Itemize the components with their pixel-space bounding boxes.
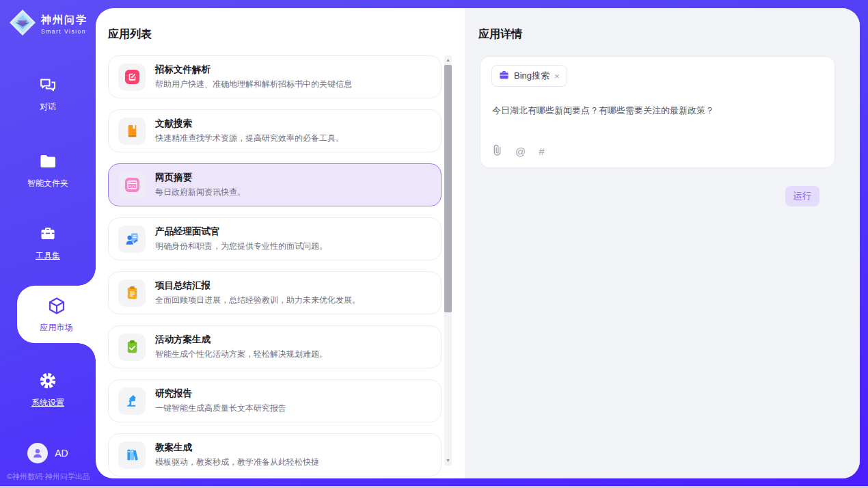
gear-icon	[38, 371, 57, 393]
app-card-desc: 每日政府新闻资讯快查。	[155, 187, 245, 198]
sidebar-item-label: 对话	[40, 101, 56, 113]
app-card[interactable]: </> 网页摘要 每日政府新闻资讯快查。	[108, 163, 442, 206]
app-list: 招标文件解析 帮助用户快速、准确地理解和解析招标书中的关键信息 文献搜索 快速精…	[108, 55, 442, 478]
sidebar-item-chat[interactable]: 对话	[0, 75, 96, 113]
content-panel: 应用列表 招标文件解析 帮助用户快速、准确地理解和解析招标书中的关键信息 文献搜…	[96, 8, 860, 478]
app-card-name: 产品经理面试官	[155, 226, 327, 238]
app-card[interactable]: 研究报告 一键智能生成高质量长文本研究报告	[108, 379, 442, 422]
scroll-up-icon[interactable]: ▲	[444, 55, 452, 65]
diamond-logo-icon	[8, 8, 37, 40]
prompt-toolbar: @ #	[492, 144, 545, 158]
app-card-desc: 一键智能生成高质量长文本研究报告	[155, 403, 286, 414]
avatar	[27, 443, 48, 463]
app-card-name: 研究报告	[155, 388, 286, 400]
app-card-desc: 快速精准查找学术资源，提高研究效率的必备工具。	[155, 133, 344, 144]
app-list-title: 应用列表	[108, 27, 152, 42]
app-detail-title: 应用详情	[478, 27, 522, 42]
user-account[interactable]: AD	[0, 443, 96, 463]
app-list-scrollbar[interactable]: ▲ ▼	[444, 55, 452, 465]
copyright-footer: ©神州数码·神州问学出品	[7, 472, 90, 482]
app-card-desc: 模板驱动，教案秒成，教学准备从此轻松快捷	[155, 457, 319, 468]
folder-icon	[38, 152, 57, 174]
sidebar: 神州问学 Smart Vision 对话 智能文件夹	[0, 0, 96, 486]
app-card[interactable]: 活动方案生成 智能生成个性化活动方案，轻松解决规划难题。	[108, 325, 442, 368]
microscope-icon	[118, 388, 146, 415]
app-card-name: 活动方案生成	[155, 334, 327, 346]
app-card[interactable]: 招标文件解析 帮助用户快速、准确地理解和解析招标书中的关键信息	[108, 55, 442, 98]
paperclip-icon[interactable]	[492, 144, 502, 158]
app-window: 神州问学 Smart Vision 对话 智能文件夹	[0, 0, 868, 488]
chat-icon	[38, 75, 57, 97]
sidebar-item-label: 智能文件夹	[27, 178, 68, 189]
app-card[interactable]: 教案生成 模板驱动，教案秒成，教学准备从此轻松快捷	[108, 433, 442, 476]
sidebar-item-label: 应用市场	[40, 322, 73, 334]
app-card[interactable]: 项目总结汇报 全面回顾项目进展，总结经验教训，助力未来优化发展。	[108, 271, 442, 314]
tool-tag-label: Bing搜索	[514, 70, 550, 82]
prompt-card: Bing搜索 × 今日湖北有哪些新闻要点？有哪些需要关注的最新政策？ @ #	[480, 56, 835, 168]
app-card-name: 教案生成	[155, 442, 319, 454]
app-card-desc: 帮助用户快速、准确地理解和解析招标书中的关键信息	[155, 79, 352, 90]
app-card[interactable]: 文献搜索 快速精准查找学术资源，提高研究效率的必备工具。	[108, 109, 442, 152]
app-detail-section: 应用详情 Bing搜索 × 今日湖北有哪些新闻要点？有哪些需要关注的最新政策？	[465, 8, 860, 478]
app-card-desc: 明确身份和职责，为您提供专业性的面试问题。	[155, 241, 327, 252]
scroll-down-icon[interactable]: ▼	[444, 456, 452, 465]
tool-tag-bing-search[interactable]: Bing搜索 ×	[491, 65, 567, 87]
sidebar-item-app-market[interactable]: 应用市场	[17, 286, 96, 343]
app-card[interactable]: 产品经理面试官 明确身份和职责，为您提供专业性的面试问题。	[108, 217, 442, 260]
app-card-name: 项目总结汇报	[155, 280, 360, 292]
app-card-name: 文献搜索	[155, 118, 344, 130]
book-icon	[118, 118, 146, 145]
sidebar-item-toolset[interactable]: 工具集	[0, 224, 96, 262]
sidebar-item-label: 系统设置	[31, 397, 64, 409]
sidebar-item-settings[interactable]: 系统设置	[0, 371, 96, 409]
books-icon	[118, 442, 146, 469]
app-card-name: 网页摘要	[155, 172, 245, 184]
toolbox-icon	[38, 224, 57, 246]
cube-icon	[46, 296, 67, 319]
mention-icon[interactable]: @	[515, 146, 526, 157]
brand-subtitle: Smart Vision	[41, 28, 87, 35]
scrollbar-thumb[interactable]	[444, 65, 452, 312]
run-button[interactable]: 运行	[785, 186, 819, 206]
brand-name: 神州问学	[41, 14, 87, 27]
user-id-label: AD	[55, 448, 68, 459]
app-card-desc: 全面回顾项目进展，总结经验教训，助力未来优化发展。	[155, 295, 360, 306]
app-card-desc: 智能生成个性化活动方案，轻松解决规划难题。	[155, 349, 327, 360]
edit-square-icon	[118, 64, 146, 91]
briefcase-icon	[499, 70, 509, 83]
sidebar-item-label: 工具集	[36, 250, 60, 262]
hashtag-icon[interactable]: #	[539, 146, 544, 157]
person-doc-icon	[118, 226, 146, 253]
prompt-input[interactable]: 今日湖北有哪些新闻要点？有哪些需要关注的最新政策？	[492, 105, 824, 117]
browser-code-icon: </>	[118, 172, 146, 199]
clipboard-check-icon	[118, 334, 146, 361]
brand-logo: 神州问学 Smart Vision	[8, 8, 87, 40]
clipboard-icon	[118, 280, 146, 307]
app-card-name: 招标文件解析	[155, 64, 352, 76]
svg-text:</>: </>	[128, 184, 135, 188]
remove-tag-icon[interactable]: ×	[554, 71, 560, 81]
sidebar-item-smart-folder[interactable]: 智能文件夹	[0, 152, 96, 189]
